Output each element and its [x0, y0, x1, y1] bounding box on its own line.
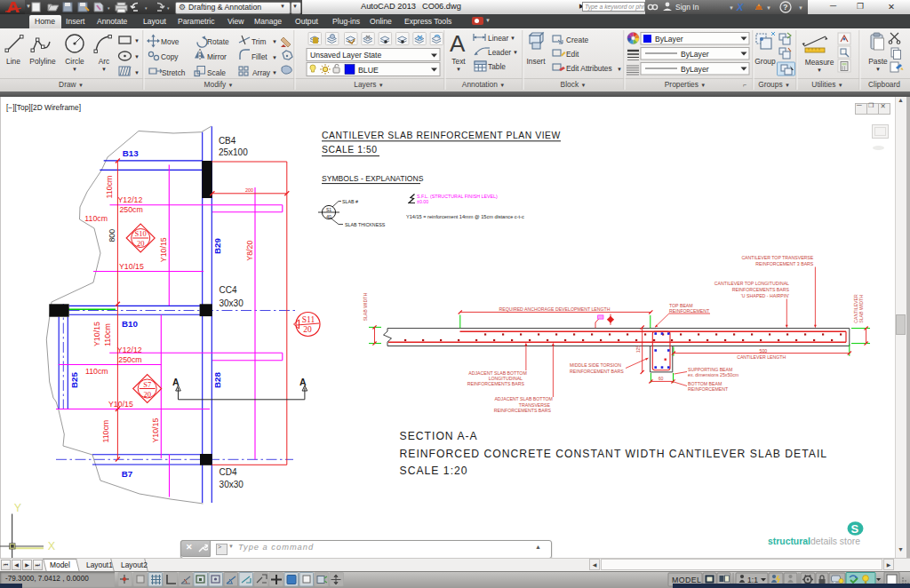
svg-text:▾: ▾	[108, 5, 110, 11]
svg-text:CB4: CB4	[219, 136, 236, 146]
svg-text:Modify ▼: Modify ▼	[204, 80, 234, 89]
svg-text:▼: ▼	[513, 50, 518, 55]
svg-text:▼: ▼	[101, 67, 107, 72]
svg-text:Groups ▼: Groups ▼	[758, 80, 790, 89]
svg-text:CANTILEVER SLAB REINFORCEMENT: CANTILEVER SLAB REINFORCEMENT PLAN VIEW	[322, 131, 561, 140]
svg-text:ADJACENT SLAB BOTTOM: ADJACENT SLAB BOTTOM	[494, 396, 553, 401]
svg-text:SLAB #: SLAB #	[342, 199, 358, 204]
svg-text:Array: Array	[252, 68, 271, 77]
svg-text:S11: S11	[302, 315, 315, 324]
svg-text:Edit: Edit	[566, 50, 579, 59]
svg-text:Leader: Leader	[488, 48, 511, 57]
svg-text:Y14/15 = reinforcement 14mm @: Y14/15 = reinforcement 14mm @ 15cm dista…	[406, 214, 524, 219]
svg-text:REQUIRED ANCHORAGE DEVELOPMENT: REQUIRED ANCHORAGE DEVELOPMENT LENGTH	[499, 306, 610, 312]
svg-text:Trim: Trim	[251, 37, 266, 46]
svg-text:Y12/12: Y12/12	[117, 346, 142, 354]
svg-text:B13: B13	[123, 148, 140, 158]
svg-text:30x30: 30x30	[220, 298, 244, 308]
svg-text:X: X	[48, 540, 56, 552]
svg-text:SYMBOLS - EXPLANATIONS: SYMBOLS - EXPLANATIONS	[322, 174, 424, 183]
svg-text:Table: Table	[488, 62, 506, 71]
svg-text:▼: ▼	[72, 67, 77, 72]
svg-text:200: 200	[245, 187, 253, 193]
svg-text:REINFORCEMENTS BARS: REINFORCEMENTS BARS	[467, 381, 525, 386]
svg-text:Scale: Scale	[207, 68, 226, 77]
svg-text:Y10/15: Y10/15	[92, 322, 101, 346]
svg-text:BLUE: BLUE	[358, 66, 379, 75]
svg-text:Y10/15: Y10/15	[108, 400, 133, 409]
svg-text:▾: ▾	[145, 5, 148, 11]
svg-text:110cm: 110cm	[84, 214, 108, 223]
svg-text:Measure: Measure	[805, 58, 834, 67]
svg-text:▼: ▼	[134, 70, 140, 75]
svg-text:MIDDLE SIDE TORSION: MIDDLE SIDE TORSION	[570, 362, 621, 368]
svg-text:110cm: 110cm	[105, 176, 114, 199]
svg-text:20: 20	[137, 239, 145, 248]
svg-text:Polyline: Polyline	[29, 57, 56, 66]
svg-text:250cm: 250cm	[119, 205, 142, 214]
svg-text:REINFORCED CONCRETE CONSTANT W: REINFORCED CONCRETE CONSTANT WIDTH CANTI…	[400, 448, 828, 460]
svg-text:▾: ▾	[167, 5, 170, 11]
svg-text:25x100: 25x100	[219, 147, 248, 157]
svg-text:Utilities ▼: Utilities ▼	[811, 80, 842, 89]
svg-text:Y10/15: Y10/15	[160, 237, 169, 262]
svg-text:±0.00: ±0.00	[417, 199, 428, 204]
svg-text:110cm: 110cm	[85, 367, 108, 376]
svg-text:SLAB WIDTH: SLAB WIDTH	[363, 293, 368, 322]
svg-text:Stretch: Stretch	[162, 68, 186, 77]
svg-text:250cm: 250cm	[118, 355, 141, 364]
svg-text:30x30: 30x30	[220, 480, 244, 489]
svg-text:REINFORCEMENTS BARS: REINFORCEMENTS BARS	[494, 408, 552, 413]
svg-text:800: 800	[108, 229, 117, 242]
svg-text:▼: ▼	[729, 5, 734, 11]
svg-text:B29: B29	[212, 237, 222, 254]
svg-text:REINFORCEMENTS BARS: REINFORCEMENTS BARS	[732, 287, 790, 292]
svg-text:SLAB THICKNESS: SLAB THICKNESS	[345, 222, 386, 227]
svg-text:ByLayer: ByLayer	[655, 35, 683, 44]
svg-text:Y: Y	[14, 502, 22, 514]
svg-text:Clipboard: Clipboard	[868, 80, 900, 89]
svg-text:X: X	[736, 2, 744, 12]
svg-text:REINFORCEMENT BARS: REINFORCEMENT BARS	[570, 369, 624, 374]
svg-text:ByLayer: ByLayer	[681, 50, 709, 59]
svg-text:SECTION A-A: SECTION A-A	[400, 430, 478, 442]
svg-text:▼: ▼	[875, 67, 881, 72]
svg-text:Annotation ▼: Annotation ▼	[462, 80, 505, 89]
svg-text:Block ▼: Block ▼	[561, 80, 587, 89]
svg-text:▼: ▼	[617, 67, 622, 72]
svg-text:Linear: Linear	[488, 34, 508, 43]
svg-text:Move: Move	[161, 37, 180, 46]
svg-text:▼: ▼	[510, 36, 515, 41]
svg-text:CANTILEVER LENGTH: CANTILEVER LENGTH	[737, 354, 786, 360]
svg-text:▼: ▼	[134, 54, 140, 60]
svg-text:S7: S7	[143, 380, 151, 389]
svg-text:B7: B7	[122, 469, 133, 479]
svg-text:CD4: CD4	[220, 467, 237, 477]
svg-text:S1: S1	[326, 207, 331, 212]
svg-text:20: 20	[143, 390, 151, 399]
svg-text:A: A	[172, 377, 180, 387]
svg-text:Mirror: Mirror	[207, 52, 227, 61]
svg-text:A: A	[450, 30, 466, 57]
svg-text:Group: Group	[754, 57, 776, 66]
svg-text:Unsaved Layer State: Unsaved Layer State	[310, 51, 381, 60]
svg-text:Arc: Arc	[99, 57, 110, 66]
svg-text:▼: ▼	[798, 5, 803, 11]
svg-text:B25: B25	[69, 371, 79, 388]
svg-text:Text: Text	[451, 57, 466, 66]
svg-text:110cm: 110cm	[101, 420, 110, 443]
svg-text:▼: ▼	[272, 70, 277, 75]
svg-text:CANTILEVER TOP LONGITUDINAL: CANTILEVER TOP LONGITUDINAL	[714, 281, 789, 286]
svg-text:▼: ▼	[766, 5, 771, 11]
svg-text:B28: B28	[212, 371, 222, 388]
svg-text:ByLayer: ByLayer	[681, 65, 709, 74]
svg-text:110cm: 110cm	[103, 323, 112, 346]
svg-text:▼: ▼	[272, 55, 277, 60]
svg-text:SLAB WIDTH: SLAB WIDTH	[858, 295, 864, 323]
svg-text:?: ?	[783, 3, 788, 12]
svg-text:Paste: Paste	[868, 57, 888, 66]
svg-text:Copy: Copy	[161, 52, 179, 61]
svg-text:A: A	[299, 377, 307, 387]
svg-text:Y10/15: Y10/15	[119, 262, 144, 271]
svg-text:Rotate: Rotate	[207, 37, 229, 46]
